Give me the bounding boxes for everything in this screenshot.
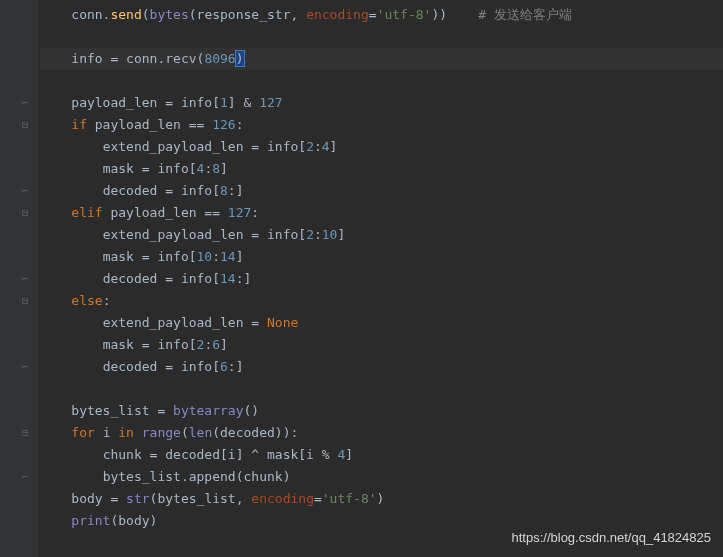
token-text: decoded = info[ — [103, 183, 220, 198]
code-line[interactable]: body = str(bytes_list, encoding='utf-8') — [40, 488, 723, 510]
token-text: mask = info[ — [103, 161, 197, 176]
token-builtin: bytearray — [173, 403, 243, 418]
fold-end-icon: ⌐ — [22, 98, 32, 108]
code-line[interactable]: decoded = info[14:] — [40, 268, 723, 290]
gutter-row: ⌐ — [0, 466, 38, 488]
token-text: extend_payload_len = info[ — [103, 227, 307, 242]
token-kw: else — [71, 293, 102, 308]
token-text: ( — [181, 425, 189, 440]
token-text: = — [369, 7, 377, 22]
token-text: () — [244, 403, 260, 418]
token-text: : — [212, 249, 220, 264]
token-kw: None — [267, 315, 298, 330]
gutter-row — [0, 26, 38, 48]
token-kw: elif — [71, 205, 110, 220]
gutter-row: ⊟ — [0, 202, 38, 224]
code-line[interactable] — [40, 378, 723, 400]
token-text: extend_payload_len = info[ — [103, 139, 307, 154]
token-text: :] — [236, 271, 252, 286]
token-text: :] — [228, 359, 244, 374]
token-num: 8096 — [204, 51, 235, 66]
token-num: 6 — [220, 359, 228, 374]
fold-collapse-icon[interactable]: ⊟ — [22, 120, 32, 130]
fold-collapse-icon[interactable]: ⊟ — [22, 208, 32, 218]
token-text: :] — [228, 183, 244, 198]
token-text: payload_len == — [110, 205, 227, 220]
code-line[interactable]: mask = info[2:6] — [40, 334, 723, 356]
token-builtin: range — [142, 425, 181, 440]
gutter-row: ⌐ — [0, 92, 38, 114]
gutter-row — [0, 136, 38, 158]
token-num: 10 — [197, 249, 213, 264]
token-num: 2 — [306, 139, 314, 154]
token-num: 8 — [220, 183, 228, 198]
gutter-row: ⊟ — [0, 422, 38, 444]
token-text: mask = info[ — [103, 337, 197, 352]
token-text: ] — [337, 227, 345, 242]
token-num: 127 — [228, 205, 251, 220]
fold-collapse-icon[interactable]: ⊟ — [22, 296, 32, 306]
token-text: conn. — [71, 7, 110, 22]
token-text: (response_str — [189, 7, 291, 22]
token-text: chunk = decoded[i] ^ mask[i % — [103, 447, 338, 462]
code-line[interactable] — [40, 26, 723, 48]
code-line[interactable]: decoded = info[6:] — [40, 356, 723, 378]
token-text: : — [236, 117, 244, 132]
token-text: )) — [431, 7, 478, 22]
token-text: ] — [220, 337, 228, 352]
gutter-row — [0, 4, 38, 26]
code-line[interactable]: extend_payload_len = info[2:4] — [40, 136, 723, 158]
gutter-row — [0, 158, 38, 180]
code-line[interactable]: mask = info[4:8] — [40, 158, 723, 180]
gutter-row: ⊟ — [0, 290, 38, 312]
token-text: payload_len = info[ — [71, 95, 220, 110]
token-text: ] — [236, 249, 244, 264]
code-line[interactable]: conn.send(bytes(response_str, encoding='… — [40, 4, 723, 26]
token-text: (body) — [110, 513, 157, 528]
code-line[interactable] — [40, 70, 723, 92]
token-str: 'utf-8' — [377, 7, 432, 22]
token-num: 14 — [220, 271, 236, 286]
token-text: (decoded)): — [212, 425, 298, 440]
fold-end-icon: ⌐ — [22, 472, 32, 482]
token-builtin: len — [189, 425, 212, 440]
fold-collapse-icon[interactable]: ⊟ — [22, 428, 32, 438]
code-line[interactable]: elif payload_len == 127: — [40, 202, 723, 224]
token-comment: # 发送给客户端 — [478, 7, 572, 22]
token-text: : — [314, 139, 322, 154]
code-line[interactable]: payload_len = info[1] & 127 — [40, 92, 723, 114]
gutter-row — [0, 224, 38, 246]
code-line[interactable]: info = conn.recv(8096) — [40, 48, 723, 70]
code-line[interactable]: bytes_list.append(chunk) — [40, 466, 723, 488]
token-builtin: print — [71, 513, 110, 528]
token-text: (bytes_list — [150, 491, 236, 506]
code-line[interactable]: extend_payload_len = None — [40, 312, 723, 334]
code-line[interactable]: chunk = decoded[i] ^ mask[i % 4] — [40, 444, 723, 466]
code-line[interactable]: if payload_len == 126: — [40, 114, 723, 136]
token-str: 'utf-8' — [322, 491, 377, 506]
gutter: ⌐⊟⌐⊟⌐⊟⌐⊟⌐ — [0, 0, 38, 557]
token-builtin: str — [126, 491, 149, 506]
token-text: ] — [345, 447, 353, 462]
token-text: decoded = info[ — [103, 271, 220, 286]
gutter-row: ⌐ — [0, 180, 38, 202]
token-text: = — [314, 491, 322, 506]
code-line[interactable]: mask = info[10:14] — [40, 246, 723, 268]
code-line[interactable]: else: — [40, 290, 723, 312]
code-line[interactable]: for i in range(len(decoded)): — [40, 422, 723, 444]
token-num: 127 — [259, 95, 282, 110]
code-editor[interactable]: ⌐⊟⌐⊟⌐⊟⌐⊟⌐ conn.send(bytes(response_str, … — [0, 0, 723, 557]
code-line[interactable]: decoded = info[8:] — [40, 180, 723, 202]
token-text: , — [236, 491, 252, 506]
token-param-name: encoding — [306, 7, 369, 22]
gutter-row — [0, 246, 38, 268]
gutter-row — [0, 378, 38, 400]
token-text: ) — [377, 491, 385, 506]
fold-end-icon: ⌐ — [22, 186, 32, 196]
code-line[interactable]: bytes_list = bytearray() — [40, 400, 723, 422]
token-text: bytes_list.append(chunk) — [103, 469, 291, 484]
code-area[interactable]: conn.send(bytes(response_str, encoding='… — [38, 0, 723, 557]
code-line[interactable]: extend_payload_len = info[2:10] — [40, 224, 723, 246]
token-text: : — [314, 227, 322, 242]
token-param-name: encoding — [251, 491, 314, 506]
